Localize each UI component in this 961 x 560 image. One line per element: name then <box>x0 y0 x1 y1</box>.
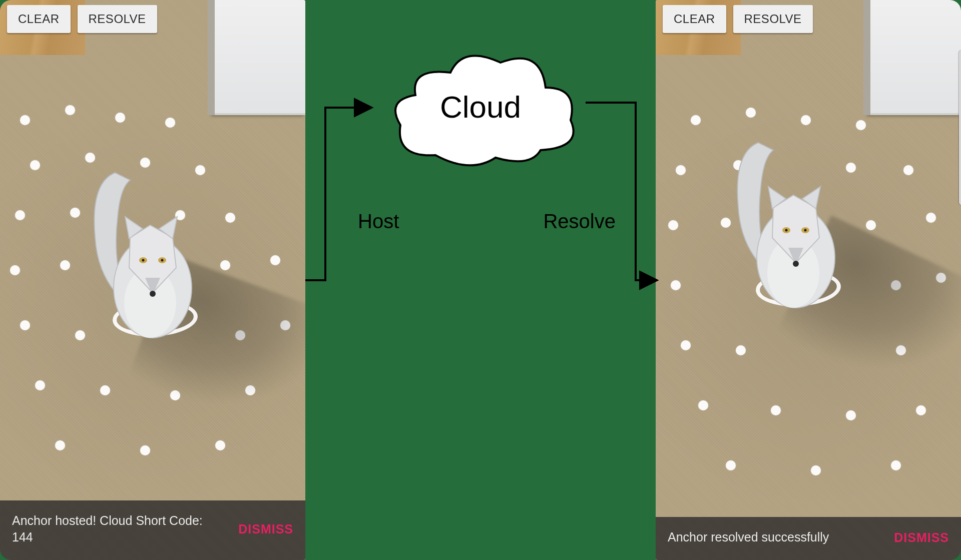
svg-point-13 <box>804 229 807 232</box>
clear-button[interactable]: CLEAR <box>663 5 726 33</box>
dismiss-button[interactable]: DISMISS <box>238 522 293 536</box>
snackbar: Anchor resolved successfully DISMISS <box>656 517 961 560</box>
toolbar: CLEAR RESOLVE <box>663 5 813 33</box>
snackbar-message: Anchor hosted! Cloud Short Code: 144 <box>12 512 203 546</box>
svg-point-12 <box>785 229 788 232</box>
resolve-button[interactable]: RESOLVE <box>733 5 813 33</box>
svg-point-6 <box>161 259 164 262</box>
ar-model-fox <box>70 153 220 353</box>
svg-point-2 <box>150 291 156 297</box>
snackbar: Anchor hosted! Cloud Short Code: 144 DIS… <box>0 500 305 561</box>
phone-screenshot-right: CLEAR RESOLVE Anchor resolved successful… <box>656 0 961 560</box>
dismiss-button[interactable]: DISMISS <box>894 530 949 545</box>
svg-point-9 <box>793 261 799 267</box>
resolve-button[interactable]: RESOLVE <box>78 5 157 33</box>
arrows <box>305 0 656 560</box>
phone-screenshot-left: CLEAR RESOLVE Anchor hosted! Cloud Short… <box>0 0 305 560</box>
toolbar: CLEAR RESOLVE <box>7 5 157 33</box>
ar-model-fox <box>713 123 863 323</box>
host-arrow-label: Host <box>358 210 399 233</box>
edge-pull-indicator <box>959 50 961 205</box>
cloud-diagram: Cloud Host Resolve <box>305 0 656 560</box>
svg-point-5 <box>142 259 145 262</box>
clear-button[interactable]: CLEAR <box>7 5 71 33</box>
resolve-arrow-label: Resolve <box>543 210 616 233</box>
snackbar-message: Anchor resolved successfully <box>668 529 829 546</box>
